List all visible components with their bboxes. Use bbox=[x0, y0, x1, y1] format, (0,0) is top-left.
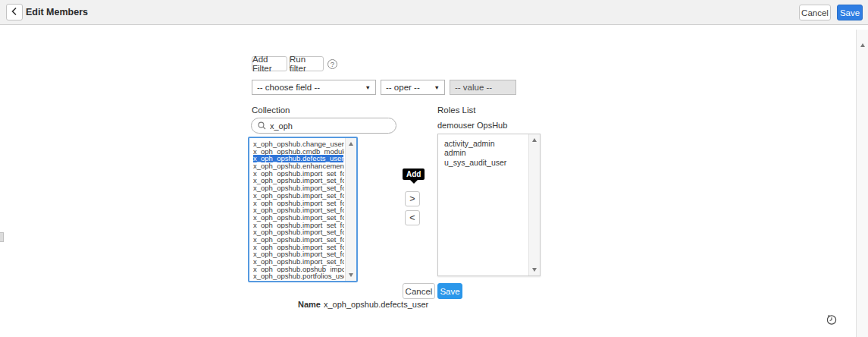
add-filter-button[interactable]: Add Filter bbox=[252, 56, 287, 71]
page-scrollbar[interactable] bbox=[856, 30, 868, 337]
add-tooltip: Add bbox=[403, 168, 425, 180]
name-row: Namex_oph_opshub.defects_user bbox=[298, 300, 428, 309]
collection-option[interactable]: x_oph_opshub.import_set_for_pl bbox=[253, 214, 344, 222]
roles-list-label: Roles List bbox=[437, 106, 476, 115]
back-button[interactable] bbox=[6, 4, 23, 20]
collection-option[interactable]: x_oph_opshub.import_set_for_pa bbox=[253, 206, 344, 214]
edit-members-page: Edit Members Cancel Save Add Filter Run … bbox=[0, 0, 868, 337]
collection-option[interactable]: x_oph_opshub.import_set_for_st bbox=[253, 250, 344, 258]
collection-option[interactable]: x_oph_opshub.import_set_for_pr bbox=[253, 222, 344, 229]
chevron-down-icon: ▼ bbox=[365, 84, 371, 91]
collection-options: x_oph_opshub.change_user x_oph_opshub.cm… bbox=[249, 138, 344, 281]
page-title: Edit Members bbox=[26, 0, 88, 24]
roles-listbox[interactable]: activity_admin admin u_sys_audit_user bbox=[437, 134, 541, 276]
collection-option[interactable]: x_oph_opshub.import_set_for_pr bbox=[253, 236, 344, 244]
collection-option-label: x_oph_opshub.defects_user bbox=[253, 155, 343, 162]
oper-select-value: -- oper -- bbox=[386, 83, 420, 92]
add-to-roles-button[interactable]: > bbox=[405, 191, 420, 206]
collection-option-selected[interactable]: x_oph_opshub.defects_user bbox=[253, 155, 344, 162]
collection-option[interactable]: x_oph_opshub.import_set_for_ex bbox=[253, 192, 344, 200]
collection-scrollbar[interactable] bbox=[345, 138, 356, 281]
collection-option[interactable]: x_oph_opshub.import_set_for_fr bbox=[253, 200, 344, 207]
header-cancel-button[interactable]: Cancel bbox=[799, 5, 831, 20]
collection-search-input[interactable] bbox=[270, 121, 384, 131]
name-label: Name bbox=[298, 300, 321, 309]
scroll-up-icon[interactable] bbox=[532, 138, 537, 142]
role-option[interactable]: activity_admin bbox=[444, 139, 528, 148]
scroll-down-icon[interactable] bbox=[349, 273, 353, 277]
footer-cancel-button[interactable]: Cancel bbox=[403, 283, 435, 299]
remove-from-roles-button[interactable]: < bbox=[405, 210, 420, 225]
panel-splitter-handle[interactable] bbox=[0, 232, 4, 242]
collection-search[interactable] bbox=[251, 118, 396, 134]
collection-option[interactable]: x_oph_opshub.portfolios_user bbox=[253, 272, 344, 280]
top-bar: Edit Members Cancel Save bbox=[0, 0, 868, 25]
roles-scrollbar[interactable] bbox=[528, 134, 540, 276]
chevron-left-icon bbox=[11, 5, 18, 19]
collection-option[interactable]: x_oph_opshub.import_set_for_te bbox=[253, 258, 344, 266]
oper-select[interactable]: -- oper -- ▼ bbox=[381, 80, 445, 95]
header-save-button[interactable]: Save bbox=[837, 5, 863, 20]
collection-option[interactable]: x_oph_opshub.opshub_import_s bbox=[253, 266, 344, 273]
collection-option[interactable]: x_oph_opshub.import_set_for_cr bbox=[253, 170, 344, 178]
role-option[interactable]: admin bbox=[444, 148, 528, 157]
collection-option[interactable]: x_oph_opshub.import_set_for_de bbox=[253, 177, 344, 184]
scroll-down-icon[interactable] bbox=[532, 268, 537, 272]
scroll-up-icon[interactable] bbox=[860, 43, 865, 47]
collection-option[interactable]: x_oph_opshub.import_set_for_pr bbox=[253, 228, 344, 236]
clock-icon[interactable] bbox=[826, 313, 838, 326]
role-option[interactable]: u_sys_audit_user bbox=[444, 158, 528, 167]
footer-save-button[interactable]: Save bbox=[437, 283, 462, 299]
collection-option[interactable]: x_oph_opshub.import_set_for_sc bbox=[253, 244, 344, 251]
field-select[interactable]: -- choose field -- ▼ bbox=[252, 80, 376, 95]
run-filter-button[interactable]: Run filter bbox=[289, 56, 324, 71]
collection-option[interactable]: x_oph_opshub.change_user bbox=[253, 140, 344, 148]
chevron-down-icon: ▼ bbox=[434, 84, 440, 91]
scroll-up-icon[interactable] bbox=[349, 142, 353, 146]
value-input[interactable] bbox=[450, 80, 516, 95]
collection-option[interactable]: x_oph_opshub.cmdb_module_us bbox=[253, 148, 344, 156]
roles-options: activity_admin admin u_sys_audit_user bbox=[438, 134, 528, 276]
help-icon[interactable]: ? bbox=[327, 59, 337, 69]
field-select-value: -- choose field -- bbox=[257, 83, 320, 92]
collection-listbox[interactable]: x_oph_opshub.change_user x_oph_opshub.cm… bbox=[248, 137, 358, 282]
search-icon bbox=[258, 119, 266, 133]
collection-option[interactable]: x_oph_opshub.import_set_for_er bbox=[253, 184, 344, 192]
collection-label: Collection bbox=[252, 106, 290, 115]
name-value: x_oph_opshub.defects_user bbox=[324, 300, 428, 309]
roles-owner-label: demouser OpsHub bbox=[437, 121, 507, 130]
collection-option[interactable]: x_oph_opshub.enhancements_u bbox=[253, 162, 344, 170]
